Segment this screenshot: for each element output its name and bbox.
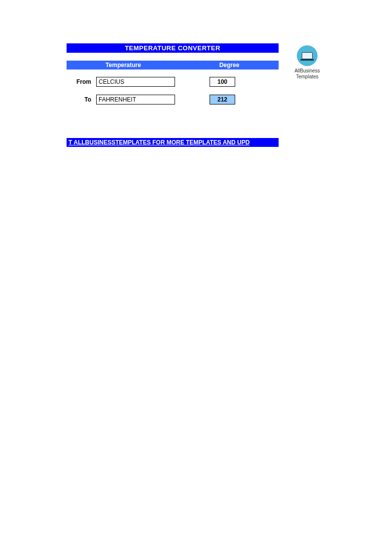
- to-unit-input[interactable]: FAHRENHEIT: [96, 95, 175, 104]
- to-row: To FAHRENHEIT 212: [67, 94, 279, 105]
- header-temperature: Temperature: [67, 62, 180, 69]
- from-unit-input[interactable]: CELCIUS: [96, 77, 175, 87]
- footer-link[interactable]: T ALLBUSINESSTEMPLATES FOR MORE TEMPLATE…: [67, 138, 279, 147]
- from-value-input[interactable]: 100: [210, 77, 235, 87]
- converter-panel: TEMPERATURE CONVERTER Temperature Degree…: [67, 43, 279, 105]
- title-bar: TEMPERATURE CONVERTER: [67, 43, 279, 53]
- to-label: To: [67, 96, 96, 103]
- from-label: From: [67, 78, 96, 85]
- brand-logo[interactable]: AllBusiness Templates: [287, 45, 327, 80]
- header-degree: Degree: [180, 62, 279, 69]
- from-row: From CELCIUS 100: [67, 76, 279, 87]
- brand-line2: Templates: [287, 74, 327, 80]
- brand-text: AllBusiness Templates: [287, 68, 327, 80]
- column-headers: Temperature Degree: [67, 61, 279, 69]
- to-value-output: 212: [210, 95, 235, 104]
- brand-line1: AllBusiness: [287, 68, 327, 74]
- laptop-icon: [297, 45, 318, 66]
